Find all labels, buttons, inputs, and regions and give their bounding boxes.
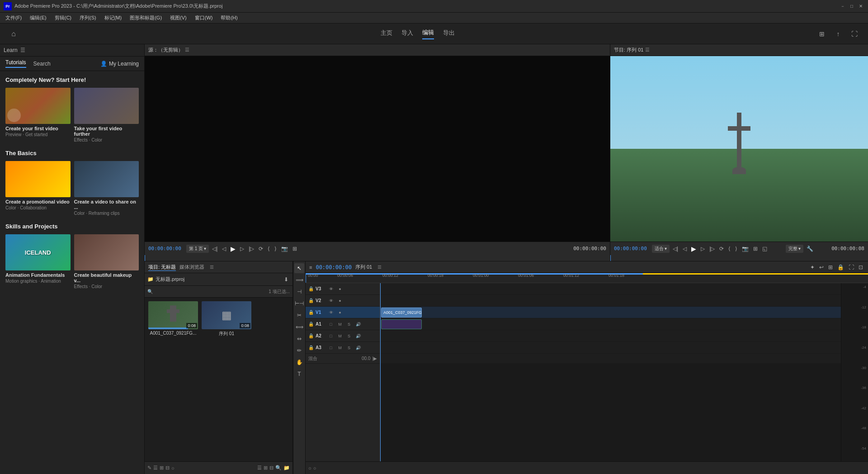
program-ctrl-4[interactable]: |▷ xyxy=(708,245,716,253)
program-ctrl-wrench[interactable]: 🔧 xyxy=(805,245,815,253)
track-a1-lock[interactable]: 🔒 xyxy=(308,322,314,327)
tool-track-select[interactable]: ⟹ xyxy=(294,275,304,285)
track-row-v1[interactable]: A001_C037_0921FG xyxy=(380,307,841,318)
track-v1-eye[interactable]: 👁 xyxy=(327,309,335,316)
mix-icon[interactable]: |▶ xyxy=(372,356,377,361)
program-ctrl-1[interactable]: ◁| xyxy=(671,245,679,253)
source-ctrl-back[interactable]: ◁ xyxy=(221,245,227,253)
toolbar-icon-1[interactable]: ⊞ xyxy=(816,28,828,40)
program-ctrl-10[interactable]: ◱ xyxy=(761,245,769,253)
menu-window[interactable]: 窗口(W) xyxy=(191,14,217,22)
tab-export[interactable]: 导出 xyxy=(443,29,455,39)
program-ctrl-2[interactable]: ◁ xyxy=(681,245,688,253)
track-row-a1[interactable] xyxy=(380,318,841,330)
maximize-button[interactable]: □ xyxy=(848,3,855,10)
source-ctrl-play[interactable]: ▶ xyxy=(229,244,237,253)
tl-hdr-btn1[interactable]: ✦ xyxy=(809,263,816,271)
timeline-ruler[interactable]: 00:00 00:00:06 00:00:12 00:00:18 00:01:0… xyxy=(306,273,868,283)
program-ctrl-5[interactable]: ⟳ xyxy=(718,245,725,253)
tool-hand[interactable]: ✋ xyxy=(294,357,304,367)
tab-import[interactable]: 导入 xyxy=(401,29,413,39)
source-ctrl-fwd[interactable]: ▷ xyxy=(239,245,245,253)
program-ctrl-6[interactable]: ⟨ xyxy=(727,245,732,253)
track-a3-m[interactable]: M xyxy=(336,344,344,351)
track-a1-s[interactable]: S xyxy=(345,321,353,328)
tool-slip[interactable]: ⟺ xyxy=(294,322,304,332)
menu-graphics[interactable]: 图形和标题(G) xyxy=(126,14,165,22)
project-footer-btn1[interactable]: ✎ xyxy=(147,465,151,471)
source-ctrl-prev[interactable]: ◁| xyxy=(211,245,219,253)
menu-sequence[interactable]: 序列(S) xyxy=(76,14,100,22)
source-monitor-menu[interactable]: ☰ xyxy=(185,47,189,53)
learn-my-learning[interactable]: 👤 My Learning xyxy=(100,61,139,67)
project-tab-active[interactable]: 项目: 无标题 xyxy=(148,264,176,271)
clip-v1[interactable]: A001_C037_0921FG xyxy=(381,308,422,318)
project-footer-btn5[interactable]: ○ xyxy=(171,465,175,471)
program-complete-selector[interactable]: 完整 ▾ xyxy=(786,245,803,253)
program-ruler[interactable] xyxy=(610,255,868,261)
project-footer-right-btn2[interactable]: ⊞ xyxy=(264,465,268,471)
track-a1-m[interactable]: M xyxy=(336,321,344,328)
card-first-video-further[interactable]: Take your first video further Effects · … xyxy=(74,88,139,142)
project-footer-right-btn1[interactable]: ☰ xyxy=(257,465,262,471)
tool-type[interactable]: T xyxy=(294,369,304,379)
track-v2-solo[interactable]: ● xyxy=(336,297,344,304)
track-row-a3[interactable] xyxy=(380,342,841,354)
program-ctrl-play[interactable]: ▶ xyxy=(690,244,698,253)
track-v1-solo[interactable]: ● xyxy=(336,309,344,316)
tool-ripple[interactable]: ⊣ xyxy=(294,287,304,297)
menu-view[interactable]: 视图(V) xyxy=(166,14,190,22)
learn-tab-search[interactable]: Search xyxy=(33,61,51,67)
program-ctrl-9[interactable]: ⊞ xyxy=(752,245,759,253)
tool-rolling[interactable]: ⊢⊣ xyxy=(294,299,304,308)
source-ctrl-settings[interactable]: ⊞ xyxy=(291,245,298,253)
track-row-v2[interactable] xyxy=(380,295,841,307)
tl-hdr-btn4[interactable]: 🔒 xyxy=(836,263,845,271)
close-button[interactable]: ✕ xyxy=(857,3,864,10)
media-item-clip[interactable]: 0:08 A001_C037_0921FG... xyxy=(148,301,198,458)
tool-razor[interactable]: ✂ xyxy=(294,310,304,320)
track-v1-lock[interactable]: 🔒 xyxy=(308,310,314,315)
tool-slide[interactable]: ⇔ xyxy=(294,334,304,344)
clip-a1[interactable] xyxy=(381,319,422,329)
project-toolbar-import[interactable]: ⬇ xyxy=(283,275,290,284)
tl-hdr-btn5[interactable]: ⛶ xyxy=(847,263,855,271)
source-ctrl-mark-out[interactable]: ⟩ xyxy=(273,245,278,253)
mix-value[interactable]: 00.0 xyxy=(362,356,370,361)
track-v3-lock[interactable]: 🔒 xyxy=(308,286,314,291)
track-row-a2[interactable] xyxy=(380,330,841,342)
project-footer-right-btn4[interactable]: 🔍 xyxy=(275,465,282,471)
source-ctrl-mark-in[interactable]: ⟨ xyxy=(266,245,271,253)
tool-selection[interactable]: ↖ xyxy=(294,263,304,273)
track-a2-s[interactable]: S xyxy=(345,332,353,340)
track-a3-s[interactable]: S xyxy=(345,344,353,351)
media-browser-tab[interactable]: 媒体浏览器 xyxy=(179,264,204,270)
program-ctrl-7[interactable]: ⟩ xyxy=(734,245,739,253)
source-page-selector[interactable]: 第 1 页 ▾ xyxy=(186,245,209,253)
source-ruler[interactable] xyxy=(145,255,610,261)
track-a3-eye[interactable]: □ xyxy=(327,344,335,351)
source-ctrl-camera[interactable]: 📷 xyxy=(280,245,289,253)
new-bin-icon[interactable]: 📁 xyxy=(147,276,154,282)
card-animation[interactable]: ICELAND Animation Fundamentals Motion gr… xyxy=(5,234,71,289)
track-v3-eye[interactable]: 👁 xyxy=(327,285,335,293)
program-monitor-menu[interactable]: ☰ xyxy=(645,47,650,53)
tab-home[interactable]: 主页 xyxy=(381,29,392,39)
track-v2-lock[interactable]: 🔒 xyxy=(308,298,314,303)
toolbar-icon-3[interactable]: ⛶ xyxy=(848,28,861,40)
source-ctrl-next[interactable]: |▷ xyxy=(247,245,255,253)
tl-footer-btn2[interactable]: ○ xyxy=(313,465,316,471)
track-a2-vol[interactable]: 🔊 xyxy=(354,332,362,340)
project-footer-btn2[interactable]: ☰ xyxy=(153,465,158,471)
tl-hdr-btn2[interactable]: ↩ xyxy=(818,263,825,271)
track-v2-eye[interactable]: 👁 xyxy=(327,297,335,304)
track-a2-lock[interactable]: 🔒 xyxy=(308,333,314,338)
tl-hdr-btn6[interactable]: ⊡ xyxy=(857,263,864,271)
menu-edit[interactable]: 编辑(E) xyxy=(26,14,50,22)
tab-edit[interactable]: 编辑 xyxy=(422,28,434,39)
track-a3-vol[interactable]: 🔊 xyxy=(354,344,362,351)
project-footer-right-btn5[interactable]: 📁 xyxy=(283,465,290,471)
track-a1-eye[interactable]: □ xyxy=(327,321,335,328)
card-first-video[interactable]: Create your first video Preview · Get st… xyxy=(5,88,71,142)
program-timecode-left[interactable]: 00:00:00:00 xyxy=(614,246,650,251)
